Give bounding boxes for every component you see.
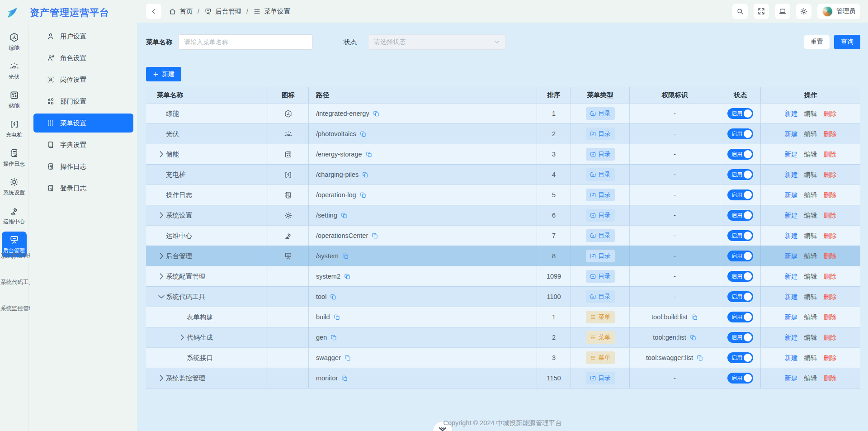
- row-edit-button[interactable]: 编辑: [804, 150, 817, 159]
- reset-button[interactable]: 重置: [804, 35, 830, 49]
- rail-item-系统代码工具[interactable]: 系统代码工具: [0, 279, 30, 286]
- row-edit-button[interactable]: 编辑: [804, 109, 817, 118]
- sidebar-item-岗位设置[interactable]: 岗位设置: [29, 69, 137, 90]
- expand-row-button[interactable]: [157, 374, 166, 383]
- screen-button[interactable]: [775, 4, 790, 19]
- rail-item-系统设置[interactable]: 系统设置: [2, 174, 27, 199]
- rail-item-储能[interactable]: 储能: [2, 87, 27, 113]
- create-button[interactable]: 新建: [146, 67, 181, 81]
- fullscreen-button[interactable]: [754, 4, 769, 19]
- row-new-button[interactable]: 新建: [785, 272, 798, 281]
- row-delete-button[interactable]: 删除: [824, 211, 837, 220]
- row-new-button[interactable]: 新建: [785, 313, 798, 322]
- row-new-button[interactable]: 新建: [785, 252, 798, 260]
- status-toggle[interactable]: 启用: [727, 169, 753, 180]
- row-new-button[interactable]: 新建: [785, 191, 798, 199]
- row-new-button[interactable]: 新建: [785, 354, 798, 362]
- row-delete-button[interactable]: 删除: [824, 272, 837, 281]
- copy-path-icon[interactable]: [362, 171, 369, 178]
- row-delete-button[interactable]: 删除: [824, 109, 837, 118]
- row-edit-button[interactable]: 编辑: [804, 191, 817, 199]
- copy-path-icon[interactable]: [373, 110, 380, 117]
- copy-permission-icon[interactable]: [691, 314, 698, 321]
- row-new-button[interactable]: 新建: [785, 130, 798, 138]
- expand-row-button[interactable]: [157, 251, 166, 260]
- status-toggle[interactable]: 启用: [727, 352, 753, 363]
- row-edit-button[interactable]: 编辑: [804, 313, 817, 322]
- copy-permission-icon[interactable]: [697, 355, 703, 361]
- row-edit-button[interactable]: 编辑: [804, 171, 817, 179]
- expand-row-button[interactable]: [157, 150, 166, 159]
- copy-path-icon[interactable]: [330, 334, 337, 341]
- sidebar-item-菜单设置[interactable]: 菜单设置: [33, 114, 133, 133]
- row-new-button[interactable]: 新建: [785, 374, 798, 383]
- row-delete-button[interactable]: 删除: [824, 354, 837, 362]
- row-new-button[interactable]: 新建: [785, 150, 798, 159]
- row-edit-button[interactable]: 编辑: [804, 333, 817, 342]
- rail-item-光伏[interactable]: 光伏: [2, 58, 27, 84]
- copy-path-icon[interactable]: [341, 375, 348, 382]
- user-menu[interactable]: 管理员: [817, 4, 860, 19]
- row-new-button[interactable]: 新建: [785, 293, 798, 301]
- row-new-button[interactable]: 新建: [785, 232, 798, 240]
- copy-permission-icon[interactable]: [690, 334, 697, 341]
- copy-path-icon[interactable]: [360, 131, 367, 137]
- row-new-button[interactable]: 新建: [785, 171, 798, 179]
- expand-row-button[interactable]: [157, 272, 166, 281]
- row-delete-button[interactable]: 删除: [824, 333, 837, 342]
- row-delete-button[interactable]: 删除: [824, 313, 837, 322]
- row-new-button[interactable]: 新建: [785, 333, 798, 342]
- status-toggle[interactable]: 启用: [727, 189, 753, 200]
- search-button[interactable]: [732, 4, 748, 19]
- rail-item-运维中心[interactable]: 运维中心: [2, 203, 27, 228]
- copy-path-icon[interactable]: [360, 192, 367, 199]
- row-edit-button[interactable]: 编辑: [804, 293, 817, 301]
- collapse-back-button[interactable]: [146, 4, 161, 19]
- sidebar-item-角色设置[interactable]: 角色设置: [29, 47, 137, 69]
- rail-item-系统监控管理[interactable]: 系统监控管理: [0, 305, 30, 313]
- row-edit-button[interactable]: 编辑: [804, 374, 817, 383]
- row-delete-button[interactable]: 删除: [824, 293, 837, 301]
- status-toggle[interactable]: 启用: [727, 271, 753, 282]
- row-delete-button[interactable]: 删除: [824, 252, 837, 260]
- breadcrumb-item-后台管理[interactable]: 后台管理: [204, 7, 241, 16]
- status-toggle[interactable]: 启用: [727, 210, 753, 221]
- search-button[interactable]: 查询: [834, 35, 860, 49]
- row-delete-button[interactable]: 删除: [824, 374, 837, 383]
- sidebar-item-登录日志[interactable]: 登录日志: [29, 177, 137, 199]
- sidebar-item-用户设置[interactable]: 用户设置: [29, 25, 137, 47]
- copy-path-icon[interactable]: [344, 273, 351, 280]
- sidebar-item-字典设置[interactable]: 字典设置: [29, 134, 137, 156]
- expand-row-button[interactable]: [178, 333, 187, 342]
- row-new-button[interactable]: 新建: [785, 211, 798, 220]
- row-edit-button[interactable]: 编辑: [804, 252, 817, 260]
- status-toggle[interactable]: 启用: [727, 373, 753, 384]
- copy-path-icon[interactable]: [372, 232, 378, 239]
- status-toggle[interactable]: 启用: [727, 230, 753, 241]
- breadcrumb-item-首页[interactable]: 首页: [169, 7, 193, 16]
- status-toggle[interactable]: 启用: [727, 149, 753, 160]
- status-toggle[interactable]: 启用: [727, 251, 753, 261]
- status-toggle[interactable]: 启用: [727, 312, 753, 322]
- status-toggle[interactable]: 启用: [727, 332, 753, 343]
- rail-item-综能[interactable]: 综能: [2, 29, 27, 55]
- breadcrumb-item-菜单设置[interactable]: 菜单设置: [253, 7, 290, 16]
- row-delete-button[interactable]: 删除: [824, 150, 837, 159]
- collapse-row-button[interactable]: [157, 292, 166, 301]
- row-new-button[interactable]: 新建: [785, 109, 798, 118]
- copy-path-icon[interactable]: [341, 212, 348, 219]
- gear-button[interactable]: [796, 4, 811, 19]
- row-delete-button[interactable]: 删除: [824, 130, 837, 138]
- row-edit-button[interactable]: 编辑: [804, 232, 817, 240]
- row-edit-button[interactable]: 编辑: [804, 272, 817, 281]
- status-toggle[interactable]: 启用: [727, 291, 753, 302]
- rail-item-操作日志[interactable]: 操作日志: [2, 145, 27, 171]
- copy-path-icon[interactable]: [334, 314, 340, 321]
- status-toggle[interactable]: 启用: [727, 108, 753, 119]
- status-toggle[interactable]: 启用: [727, 128, 753, 139]
- row-delete-button[interactable]: 删除: [824, 191, 837, 199]
- status-select[interactable]: 请选择状态: [368, 34, 506, 50]
- copy-path-icon[interactable]: [344, 355, 351, 361]
- rail-item-系统配置管理[interactable]: 系统配置管理: [0, 252, 30, 260]
- copy-path-icon[interactable]: [342, 253, 349, 260]
